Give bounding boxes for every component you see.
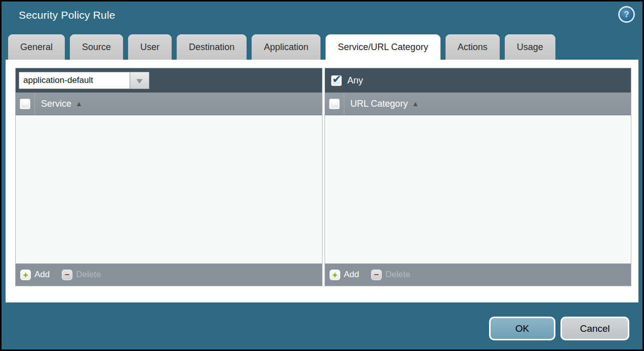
service-panel-toolbar: ▼ [16, 68, 322, 93]
service-type-dropdown-value[interactable] [19, 72, 130, 89]
service-type-dropdown[interactable]: ▼ [19, 72, 149, 89]
url-category-select-all-checkbox[interactable] [329, 99, 340, 109]
url-category-add-button[interactable]: + Add [330, 270, 359, 280]
ok-button[interactable]: OK [489, 317, 555, 340]
cancel-button[interactable]: Cancel [560, 317, 629, 340]
url-category-panel: ✔ Any URL Category ▲ + Add − Delete [325, 68, 631, 286]
url-category-add-label: Add [344, 270, 359, 280]
service-add-label: Add [34, 270, 50, 280]
any-checkbox-label[interactable]: Any [347, 75, 363, 86]
tab-user[interactable]: User [128, 34, 172, 60]
tab-source[interactable]: Source [70, 34, 123, 60]
service-panel: ▼ Service ▲ + Add − Delete [15, 68, 323, 286]
service-select-all-checkbox[interactable] [20, 99, 30, 109]
tab-general[interactable]: General [8, 34, 65, 60]
tab-usage[interactable]: Usage [505, 34, 555, 60]
url-category-delete-button[interactable]: − Delete [371, 270, 410, 280]
tab-actions[interactable]: Actions [446, 34, 500, 60]
tab-service-url-category[interactable]: Service/URL Category [326, 34, 440, 60]
service-column-header[interactable]: Service [41, 99, 71, 109]
service-table-header: Service ▲ [16, 93, 322, 115]
check-icon: ✔ [332, 73, 341, 86]
service-select-all-cell [16, 93, 35, 115]
sort-ascending-icon[interactable]: ▲ [412, 100, 419, 108]
url-category-table-body [325, 115, 631, 264]
url-category-panel-footer: + Add − Delete [325, 264, 631, 286]
service-type-dropdown-button[interactable]: ▼ [130, 72, 149, 89]
url-category-select-all-cell [325, 93, 344, 115]
tab-strip: General Source User Destination Applicat… [8, 34, 560, 60]
tab-application[interactable]: Application [252, 34, 320, 60]
tab-destination[interactable]: Destination [177, 34, 247, 60]
service-delete-label: Delete [76, 270, 101, 280]
minus-icon: − [371, 270, 382, 280]
url-category-panel-toolbar: ✔ Any [325, 68, 631, 93]
service-panel-footer: + Add − Delete [16, 264, 322, 286]
chevron-down-icon: ▼ [134, 76, 145, 85]
tab-content-area: ▼ Service ▲ + Add − Delete [6, 60, 638, 302]
url-category-table-header: URL Category ▲ [325, 93, 631, 115]
service-add-button[interactable]: + Add [20, 270, 50, 280]
sort-ascending-icon[interactable]: ▲ [75, 100, 83, 108]
service-table-body [16, 115, 322, 264]
plus-icon: + [20, 270, 31, 280]
minus-icon: − [62, 270, 72, 280]
any-checkbox[interactable]: ✔ [331, 75, 342, 86]
plus-icon: + [330, 270, 340, 280]
help-icon[interactable]: ? [620, 8, 633, 21]
service-delete-button[interactable]: − Delete [62, 270, 101, 280]
security-policy-rule-dialog: Security Policy Rule ? General Source Us… [0, 0, 644, 351]
url-category-delete-label: Delete [385, 270, 410, 280]
url-category-column-header[interactable]: URL Category [350, 99, 408, 109]
dialog-title: Security Policy Rule [19, 9, 115, 21]
